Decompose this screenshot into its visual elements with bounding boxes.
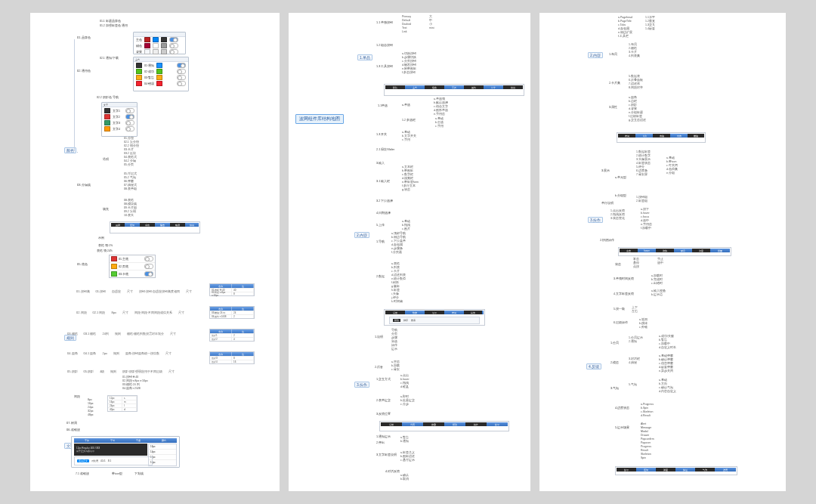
inner-items: a.圆角b.边框c.阴影d.背景e.分组标题f.层级标签g.交互态描述 xyxy=(629,96,646,122)
line xyxy=(74,39,75,151)
g8: 5.上传 xyxy=(376,223,385,227)
danju-sub3: 1.3 工具按钮 xyxy=(376,64,393,68)
node-01: 01.品牌色 xyxy=(77,36,91,39)
data: 2.数据 xyxy=(376,274,385,278)
last-list: AlertMessageModalDrawerPopconfirmPopover… xyxy=(641,422,654,460)
segment-bar-strip1: 布局 卡片 表格 列表 栅格 xyxy=(617,132,706,143)
card-swatch-3: 文字 文字1 文字2 文字3 文字4 xyxy=(101,102,138,137)
sublist-03-3: 08.表格08.模块线09.卡片组09.2 次弱10.表头 xyxy=(124,199,137,218)
danju-a1-itemsR: 大中小mini xyxy=(429,15,434,30)
gap-2 xyxy=(530,0,539,504)
node-01a: 01.1 标题品牌色 xyxy=(100,20,121,23)
caozuo-sub2: 2.表单提交 xyxy=(376,398,391,402)
stage: 颜色 01.品牌色 01.1 标题品牌色 01.2 加强标签色 通用 主色 辅色… xyxy=(0,0,816,504)
nav-items: a.顶部导航b.侧边导航c.下拉菜单d.面包屑e.步骤条f.分页器 xyxy=(391,232,406,255)
node-02a: 02.1 通知/下载 xyxy=(100,57,119,60)
danju-sub2: 1.2 组合按钮 xyxy=(376,43,393,47)
minitbl-2: 名称值 03.栅格·24 列24 04.圆角·r:2/4/82 xyxy=(209,306,255,319)
danju-a1-items: PrimaryDefaultDashedTextLink xyxy=(402,15,411,34)
g5: 3.1 输入框 xyxy=(376,179,390,183)
g2: 1.2 多选框 xyxy=(402,119,416,122)
card-swatch-1: 主色 辅色 背景 xyxy=(133,32,186,54)
segment-bar-danju: 默认 主色 组合 工具 圆角 尺寸 禁用 xyxy=(384,84,524,96)
hub-caozuo-p2: 3.操作 xyxy=(354,382,369,388)
panel-layout-feedback: a.Pageheadb.PageTitlec.Tabsd.面包屑e.侧边扩展f.… xyxy=(539,13,786,491)
gutter-left xyxy=(0,0,30,504)
danju-sub3-items: a.切换按钮b.步骤切换c.分页按钮d.触发按钮e.附带图标f.多态按钮 xyxy=(402,52,416,75)
g3: 1.3 开关 xyxy=(376,132,387,136)
danju-a1: 1.1 单独按钮 xyxy=(376,20,393,24)
root-label: 波网组件库结构地图 xyxy=(295,114,344,124)
g1a: 1.1单选 xyxy=(378,104,388,107)
rule-spec-lines: 01.按钮·H:40 02.间距·s:8px n:16px 03.栅格·24 列… xyxy=(122,376,148,391)
minitbl-1: 名称值 01.按钮·H:4040 02.间距·s:8px n:16px8 xyxy=(209,283,255,296)
sublist-03-1: 01.分段02.1 次分段02.2 弱分段03.卡片03.2 区块04.表格式0… xyxy=(124,137,139,167)
g4: 2.1 滑块Slider xyxy=(376,147,394,151)
g1r: a.单选项b.默认选择c.结合文字d.图形单选e.禁用态 xyxy=(434,97,448,116)
segment-bar-caozuo: 导航 分页 步骤 筛选 操作 提示 xyxy=(379,421,509,431)
rule-row-4: 04.圆角04.1 圆角2px规则圆角·按钮圆角统一按倍数尺寸 xyxy=(66,351,204,355)
node-01b: 01.2 加强标签色 通用 xyxy=(100,24,128,27)
minitbl-3: 名称值 投影12 投影24 xyxy=(209,329,255,342)
rule-row-1: 01.按钮高01.按钮自适应尺寸按钮·按钮·自适应按钮高度相同尺寸 xyxy=(76,289,204,293)
hub-danju: 1.单品 xyxy=(357,54,372,60)
gap-1 xyxy=(280,0,289,504)
segment-bar-bottom: 提示 通知 弹窗 抽屉 气泡 进度 xyxy=(615,466,737,475)
node-02b: 02.2 阴影色 导航 xyxy=(97,96,119,99)
node-05: 05.底色 xyxy=(77,262,88,266)
segment-bar-neirong: 导航 数据 展示 布局 其他 筛选排序搜索 xyxy=(384,309,485,326)
legend-4: 01.主底 02.页底 03.卡底 xyxy=(109,255,156,278)
node-02: 02.通用色 xyxy=(77,69,91,73)
g7: 4.日期选择 xyxy=(376,211,391,215)
caozuo-sub3: 3.反馈位置 xyxy=(376,412,391,416)
hub-rule: 规则 xyxy=(64,335,76,341)
caozuo-sub1: 1.交互方式 xyxy=(376,377,391,381)
sublist-03-2: 05.浮层式05.2 气泡06.弹窗07.抽屉式08.表单组 xyxy=(124,172,137,191)
pxtbl: 12pxs 16pxm 24pxl 40pxxl xyxy=(107,395,138,412)
node-03b: 填充 xyxy=(103,208,109,211)
data-items: a.表格b.列表c.卡片d.描述列表e.统计数值f.树形g.徽标h.标签i.头像… xyxy=(391,262,406,304)
mid-list: 1.数据标签2.统计数字3.头像展示4.标签状态5.评分6.进度条7.骨架屏 xyxy=(636,150,651,177)
rule-row-3: 03.栅格03.1 栅格24列规则栅格·栅格列数按需对半划分尺寸 xyxy=(66,332,204,335)
node-03a: 透明 xyxy=(103,158,109,161)
text-06: 06.超链接 xyxy=(66,428,80,431)
hub-neirong-p2: 2.内容 xyxy=(354,232,369,238)
text-07: 07.附属 xyxy=(66,421,77,425)
hub-caozuo: 3.操作 xyxy=(588,217,603,223)
g6: 3.2 下拉选择 xyxy=(376,199,393,203)
g5r: a.文本框b.带图标c.数字框d.搜索框e.带标签formf.多行文本g.状态 xyxy=(402,165,419,192)
segment-bar-color: 品牌 通知 成功 警告 错误 禁用 xyxy=(110,221,200,233)
hub-fankui: 4.反馈 xyxy=(586,363,601,369)
panel-form-content: 波网组件库结构地图 1.单品 1.1 单独按钮 PrimaryDefaultDa… xyxy=(289,13,530,491)
segment-bar-strip2: 点击 hover 拖拽 键盘 语音 批量 xyxy=(618,247,731,256)
px-list: 8px16px24px32px48px xyxy=(88,398,94,417)
rule-row-2: 02.间距02.1 间距8px尺寸间距·间距·不同间距成倍关系尺寸 xyxy=(76,311,204,314)
card-swatch-2: 主色 01·通知 02·成功 03·警告 04·错误 xyxy=(133,57,189,91)
top-items: a.Pageheadb.PageTitlec.Tabsd.面包屑e.侧边扩展f.… xyxy=(618,16,632,39)
minitbl-4: 名称值 投影38 投影416 xyxy=(209,351,255,364)
rule-row-5: 05.阴影05.阴影4级规则阴影·阴影强弱应用于不同层级尺寸 xyxy=(66,369,204,373)
panel-color-rule-text: 颜色 01.品牌色 01.1 标题品牌色 01.2 加强标签色 通用 主色 辅色… xyxy=(30,13,280,491)
hub-neirong: 2.内容 xyxy=(588,52,603,58)
gutter-right xyxy=(786,0,816,504)
node-03: 03.分隔线 xyxy=(77,183,91,187)
text-spec-card: 字体 字号 字重 颜色 12px Regular 400 #333用于正文内容展… xyxy=(71,436,180,468)
caozuo-r: a.按下b.hoverc.focusd.选中e.禁用态f.加载中 xyxy=(641,208,652,230)
nav: 1.导航 xyxy=(376,240,385,243)
